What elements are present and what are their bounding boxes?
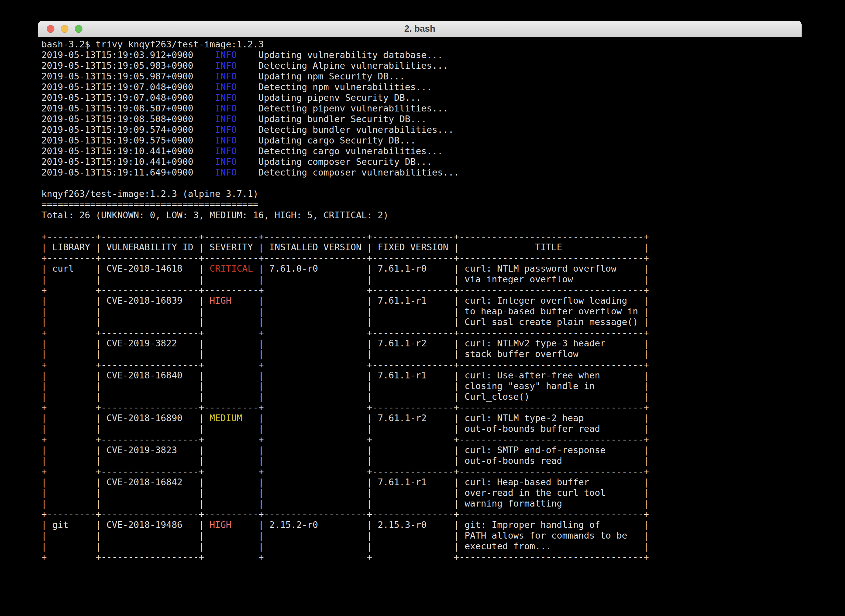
log-message: Updating cargo Security DB... <box>258 135 415 145</box>
log-message: Detecting cargo vulnerabilities... <box>258 146 443 156</box>
log-timestamp: 2019-05-13T15:19:07.048+0900 <box>41 82 193 92</box>
log-level: INFO <box>215 125 237 135</box>
prompt-line: bash-3.2$ trivy knqyf263/test-image:1.2.… <box>41 39 264 49</box>
log-line: 2019-05-13T15:19:03.912+0900 INFO Updati… <box>41 50 443 60</box>
table-row-line: | | | | | | Curl_sasl_create_plain_messa… <box>41 317 649 327</box>
table-row-line: | | CVE-2018-16840 | | | 7.61.1-r1 | cur… <box>41 370 649 380</box>
log-level: INFO <box>215 82 237 92</box>
table-row-line: | | CVE-2018-16842 | | | 7.61.1-r1 | cur… <box>41 477 649 487</box>
log-line: 2019-05-13T15:19:07.048+0900 INFO Updati… <box>41 92 421 103</box>
table-row-line: | | | | | | Curl_close() | <box>41 392 649 402</box>
table-separator-line: + +------------------+----------+ +-----… <box>41 285 649 295</box>
log-level: INFO <box>215 60 237 71</box>
log-timestamp: 2019-05-13T15:19:05.983+0900 <box>41 60 193 71</box>
window-title: 2. bash <box>38 21 802 37</box>
table-row-line: | git | CVE-2018-19486 | HIGH | 2.15.2-r… <box>41 519 649 530</box>
log-level: INFO <box>215 92 237 103</box>
log-line: 2019-05-13T15:19:10.441+0900 INFO Detect… <box>41 146 443 156</box>
table-row-line: | | | | | | over-read in the curl tool | <box>41 487 649 498</box>
table-row-line: | | | | | | PATH allows for commands to … <box>41 530 649 541</box>
log-line: 2019-05-13T15:19:08.508+0900 INFO Updati… <box>41 114 427 124</box>
log-level: INFO <box>215 167 237 177</box>
log-line: 2019-05-13T15:19:07.048+0900 INFO Detect… <box>41 82 432 92</box>
log-message: Updating composer Security DB... <box>258 157 432 167</box>
log-line: 2019-05-13T15:19:05.983+0900 INFO Detect… <box>41 60 448 71</box>
table-separator-line: + +------------------+ + + +------------… <box>41 434 649 444</box>
log-timestamp: 2019-05-13T15:19:11.649+0900 <box>41 167 193 177</box>
table-separator-line: + +------------------+ + + +------------… <box>41 551 649 562</box>
log-timestamp: 2019-05-13T15:19:03.912+0900 <box>41 50 193 60</box>
log-timestamp: 2019-05-13T15:19:09.574+0900 <box>41 125 193 135</box>
log-line: 2019-05-13T15:19:09.575+0900 INFO Updati… <box>41 135 416 145</box>
log-timestamp: 2019-05-13T15:19:09.575+0900 <box>41 135 193 145</box>
severity-badge: MEDIUM <box>204 413 259 423</box>
severity-badge: HIGH <box>204 295 259 306</box>
log-message: Updating npm Security DB... <box>258 71 405 81</box>
table-row-line: | | | | | | stack buffer overflow | <box>41 349 649 359</box>
log-message: Detecting Alpine vulnerabilities... <box>258 60 448 71</box>
severity-badge: HIGH <box>204 519 259 530</box>
report-separator-line: ======================================== <box>41 199 258 210</box>
table-row-line: | | CVE-2018-16890 | MEDIUM | | 7.61.1-r… <box>41 413 649 423</box>
table-border-line: +---------+------------------+----------… <box>41 252 649 263</box>
table-row-line: | | | | | | out-of-bounds buffer read | <box>41 424 649 434</box>
log-timestamp: 2019-05-13T15:19:10.441+0900 <box>41 146 193 156</box>
table-row-line: | | | | | | closing "easy" handle in | <box>41 381 649 391</box>
log-line: 2019-05-13T15:19:09.574+0900 INFO Detect… <box>41 125 453 135</box>
window-titlebar[interactable]: 2. bash <box>38 21 802 37</box>
log-timestamp: 2019-05-13T15:19:08.508+0900 <box>41 114 193 124</box>
table-row-line: | | CVE-2019-3823 | | | | curl: SMTP end… <box>41 445 649 455</box>
table-separator-line: + +------------------+ + +--------------… <box>41 466 649 477</box>
table-row-line: | | | | | | to heap-based buffer overflo… <box>41 306 649 316</box>
log-level: INFO <box>215 146 237 156</box>
log-line: 2019-05-13T15:19:11.649+0900 INFO Detect… <box>41 167 459 177</box>
report-summary-line: Total: 26 (UNKNOWN: 0, LOW: 3, MEDIUM: 1… <box>41 210 389 220</box>
table-row-line: | | | | | | executed from... | <box>41 541 649 551</box>
table-row-line: | | | | | | warning formatting | <box>41 498 649 509</box>
table-row-line: | | | | | | out-of-bounds read | <box>41 456 649 466</box>
desktop-background: 2. bash bash-3.2$ trivy knqyf263/test-im… <box>0 0 845 616</box>
table-row-line: | | | | | | via integer overflow | <box>41 274 649 284</box>
severity-badge: CRITICAL <box>204 263 259 274</box>
log-message: Detecting pipenv vulnerabilities... <box>258 103 448 113</box>
table-border-line: +---------+------------------+----------… <box>41 231 649 242</box>
table-row-line: | | CVE-2018-16839 | HIGH | | 7.61.1-r1 … <box>41 295 649 306</box>
log-timestamp: 2019-05-13T15:19:08.507+0900 <box>41 103 193 113</box>
log-level: INFO <box>215 157 237 167</box>
table-separator-line: +---------+------------------+----------… <box>41 509 649 519</box>
log-message: Updating bundler Security DB... <box>258 114 427 124</box>
log-level: INFO <box>215 103 237 113</box>
table-separator-line: + +------------------+ + +--------------… <box>41 359 649 370</box>
log-level: INFO <box>215 135 237 145</box>
log-level: INFO <box>215 50 237 60</box>
log-line: 2019-05-13T15:19:10.441+0900 INFO Updati… <box>41 157 432 167</box>
table-row-line: | | CVE-2019-3822 | | | 7.61.1-r2 | curl… <box>41 338 649 348</box>
log-message: Detecting npm vulnerabilities... <box>258 82 432 92</box>
terminal-window: 2. bash bash-3.2$ trivy knqyf263/test-im… <box>38 21 802 608</box>
table-header-line: | LIBRARY | VULNERABILITY ID | SEVERITY … <box>41 242 649 252</box>
log-message: Updating vulnerability database... <box>258 50 443 60</box>
log-timestamp: 2019-05-13T15:19:10.441+0900 <box>41 157 193 167</box>
log-message: Detecting composer vulnerabilities... <box>258 167 459 177</box>
log-timestamp: 2019-05-13T15:19:05.987+0900 <box>41 71 193 81</box>
log-message: Updating pipenv Security DB... <box>258 92 421 103</box>
log-level: INFO <box>215 71 237 81</box>
table-separator-line: + +------------------+----------+ +-----… <box>41 402 649 412</box>
log-timestamp: 2019-05-13T15:19:07.048+0900 <box>41 92 193 103</box>
log-line: 2019-05-13T15:19:08.507+0900 INFO Detect… <box>41 103 448 113</box>
log-line: 2019-05-13T15:19:05.987+0900 INFO Updati… <box>41 71 405 81</box>
log-message: Detecting bundler vulnerabilities... <box>258 125 453 135</box>
table-separator-line: + +------------------+ + +--------------… <box>41 327 649 338</box>
report-target-line: knqyf263/test-image:1.2.3 (alpine 3.7.1) <box>41 189 258 199</box>
terminal-output[interactable]: bash-3.2$ trivy knqyf263/test-image:1.2.… <box>38 37 802 562</box>
log-level: INFO <box>215 114 237 124</box>
table-row-line: | curl | CVE-2018-14618 | CRITICAL | 7.6… <box>41 263 649 274</box>
